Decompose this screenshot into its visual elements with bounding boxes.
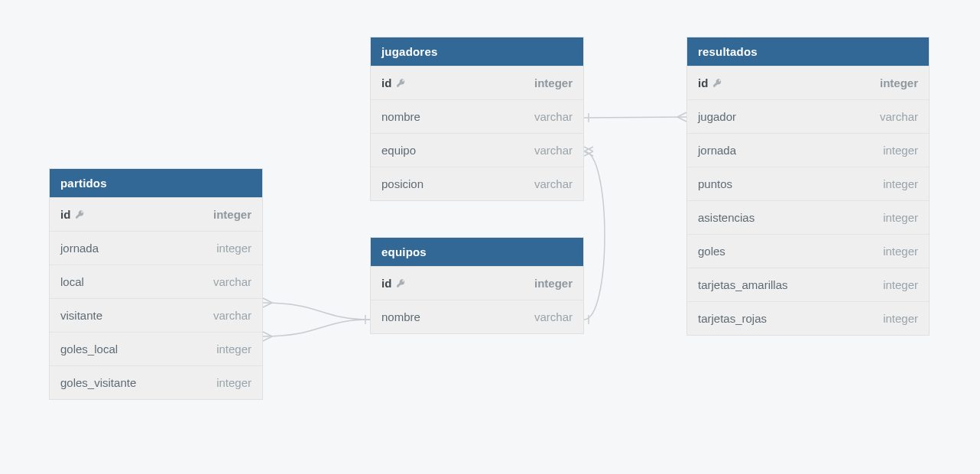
column-partidos-local: local varchar [50,265,262,298]
table-resultados[interactable]: resultados id integer jugador varchar jo… [686,37,930,336]
column-resultados-puntos: puntos integer [687,167,929,200]
column-partidos-goles-visitante: goles_visitante integer [50,365,262,399]
column-resultados-asistencias: asistencias integer [687,200,929,234]
table-equipos[interactable]: equipos id integer nombre varchar [370,237,584,334]
key-icon [75,209,86,220]
column-resultados-jugador: jugador varchar [687,99,929,133]
column-resultados-jornada: jornada integer [687,133,929,167]
column-partidos-visitante: visitante varchar [50,298,262,332]
column-resultados-tarjetas-rojas: tarjetas_rojas integer [687,301,929,335]
column-jugadores-id: id integer [371,66,583,99]
column-jugadores-equipo: equipo varchar [371,133,583,167]
table-header-jugadores: jugadores [371,37,583,66]
key-icon [396,78,407,89]
column-equipos-nombre: nombre varchar [371,300,583,333]
table-header-equipos: equipos [371,238,583,266]
column-equipos-id: id integer [371,266,583,300]
key-icon [396,278,407,289]
column-jugadores-nombre: nombre varchar [371,99,583,133]
column-resultados-tarjetas-amarillas: tarjetas_amarillas integer [687,268,929,301]
column-partidos-jornada: jornada integer [50,231,262,265]
column-resultados-id: id integer [687,66,929,99]
column-resultados-goles: goles integer [687,234,929,268]
key-icon [712,78,723,89]
column-jugadores-posicion: posicion varchar [371,167,583,200]
table-jugadores[interactable]: jugadores id integer nombre varchar equi… [370,37,584,201]
table-header-partidos: partidos [50,169,262,197]
table-partidos[interactable]: partidos id integer jornada integer loca… [49,168,263,400]
column-partidos-id: id integer [50,197,262,231]
column-partidos-goles-local: goles_local integer [50,332,262,365]
table-header-resultados: resultados [687,37,929,66]
